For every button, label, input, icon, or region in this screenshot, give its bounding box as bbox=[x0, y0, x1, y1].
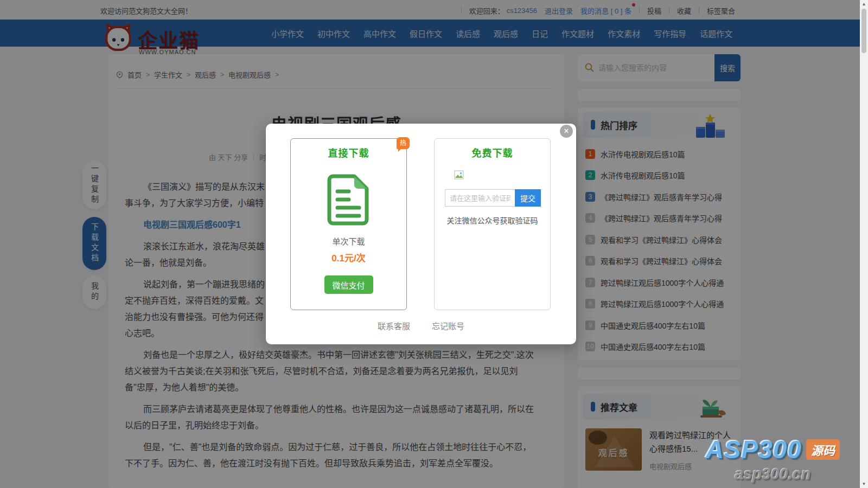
watermark-tag: 源码 bbox=[806, 439, 840, 460]
free-download-title: 免费下载 bbox=[435, 145, 550, 159]
scrollbar-thumb[interactable] bbox=[861, 9, 866, 53]
page: 欢迎访问范文狗范文大全网！ 欢迎回来： cs123456 退出登录 我的消息 [… bbox=[0, 0, 868, 488]
captcha-input[interactable] bbox=[445, 189, 515, 207]
contact-service-link[interactable]: 联系客服 bbox=[378, 320, 410, 331]
wechat-pay-button[interactable]: 微信支付 bbox=[324, 275, 373, 294]
captcha-submit-button[interactable]: 提交 bbox=[515, 189, 541, 207]
captcha-tip: 关注微信公众号获取验证码 bbox=[435, 215, 550, 226]
watermark-domain: asp300.cn bbox=[706, 465, 840, 483]
watermark: ASP300 源码 asp300.cn bbox=[706, 435, 840, 483]
modal-footer-links: 联系客服 忘记账号 bbox=[266, 320, 576, 331]
scrollbar[interactable]: ▲ ▼ bbox=[860, 0, 868, 488]
scroll-up-icon[interactable]: ▲ bbox=[860, 0, 868, 8]
document-icon bbox=[326, 174, 372, 226]
download-modal: ✕ 热 直接下载 单次下载 0.1元/次 微信支付 免费下载 bbox=[266, 124, 576, 344]
watermark-name: ASP300 bbox=[706, 435, 802, 464]
close-icon[interactable]: ✕ bbox=[560, 125, 573, 138]
captcha-row: 提交 bbox=[445, 189, 541, 207]
direct-download-card[interactable]: 热 直接下载 单次下载 0.1元/次 微信支付 bbox=[290, 138, 407, 310]
per-download-label: 单次下载 bbox=[291, 235, 406, 247]
broken-image-icon bbox=[454, 170, 464, 179]
free-download-card: 免费下载 提交 关注微信公众号获取验证码 bbox=[434, 138, 551, 310]
forgot-account-link[interactable]: 忘记账号 bbox=[432, 320, 464, 331]
price-label: 0.1元/次 bbox=[291, 251, 406, 264]
scroll-down-icon[interactable]: ▼ bbox=[860, 480, 868, 488]
direct-download-title: 直接下载 bbox=[291, 145, 406, 159]
